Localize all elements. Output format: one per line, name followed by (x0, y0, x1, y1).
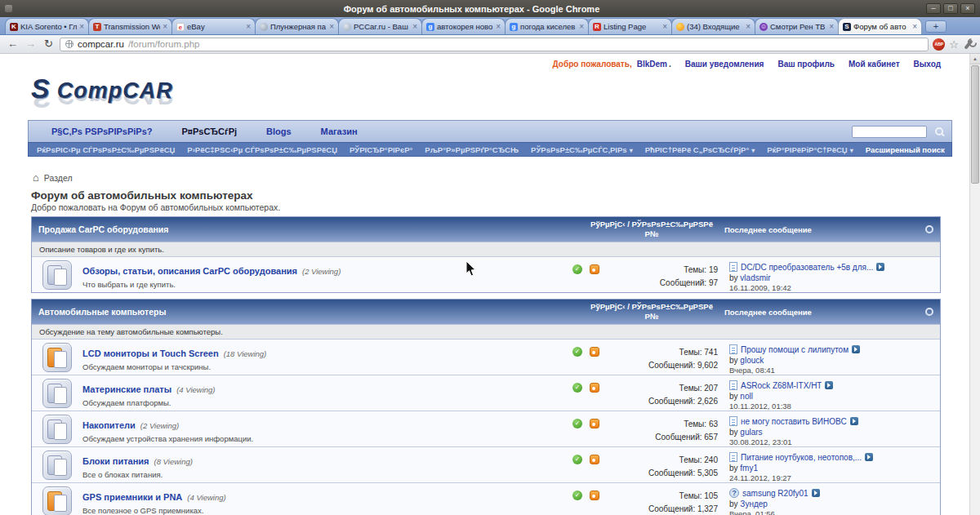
last-post-link[interactable]: DC/DC преобразователь +5в для... (741, 263, 873, 272)
subnav-community[interactable]: РЎРѕРѕР±С‰РµСЃС‚РІРѕ (531, 145, 633, 154)
go-to-last-post-icon[interactable] (865, 453, 873, 461)
bookmark-star-icon[interactable]: ☆ (949, 38, 959, 51)
tab-listing-page[interactable]: R Listing Page × (588, 18, 672, 34)
tab-ren-tv[interactable]: ☺ Смотри Рен ТВ × (755, 18, 839, 34)
rss-feed-icon[interactable] (590, 264, 599, 274)
tab-pogoda[interactable]: g погода киселев × (505, 18, 589, 34)
go-to-last-post-icon[interactable] (850, 417, 858, 425)
go-to-last-post-icon[interactable] (825, 381, 833, 389)
last-post-author[interactable]: glouck (740, 356, 764, 365)
last-post-date: 16.11.2009, 19:42 (729, 283, 940, 292)
new-tab-button[interactable]: + (925, 20, 947, 33)
breadcrumb-section[interactable]: Раздел (44, 173, 73, 183)
forum-stats: Темы: 63 Сообщений: 657 (610, 411, 718, 446)
tab-close-icon[interactable]: × (329, 23, 334, 31)
tab-close-icon[interactable]: × (246, 23, 251, 31)
maximize-button[interactable]: □ (943, 3, 958, 14)
rss-feed-icon[interactable] (590, 419, 599, 428)
last-post-link[interactable]: Питание ноутбуков, неотопов,... (741, 453, 862, 462)
minimize-button[interactable]: – (926, 3, 941, 14)
address-bar[interactable]: compcar.ru/forum/forum.php (60, 38, 929, 51)
forum-link[interactable]: GPS приемники и PNA (82, 492, 182, 502)
forum-link[interactable]: Накопители (82, 420, 136, 430)
subnav-calendar[interactable]: РљР°Р»РµРЅРґР°СЂСЊ (425, 145, 519, 154)
advanced-search-link[interactable]: Расширенный поиск (866, 145, 945, 154)
category-title[interactable]: Продажа CarPC оборудования (38, 224, 590, 234)
forum-link[interactable]: Блоки питания (82, 456, 149, 466)
wrench-menu-icon[interactable] (964, 39, 973, 50)
username-link[interactable]: BlkDem (637, 60, 667, 69)
last-post-author[interactable]: noll (740, 392, 753, 401)
column-last-post-header: Последнее сообщение (713, 308, 906, 317)
tab-plunzhernaya[interactable]: Плунжерная па × (255, 18, 339, 34)
posts-count: 1,327 (697, 504, 718, 513)
logout-link[interactable]: Выход (914, 60, 941, 69)
adblock-icon[interactable]: ABP (933, 38, 945, 51)
tab-close-icon[interactable]: × (746, 23, 751, 31)
category-header[interactable]: Продажа CarPC оборудования РўРµРјС‹ / РЎ… (32, 217, 940, 242)
topics-count: 105 (704, 491, 718, 500)
tab-close-icon[interactable]: × (579, 23, 584, 31)
tab-inbox[interactable]: (34) Входящие × (671, 18, 755, 34)
scrollbar-thumb[interactable] (971, 65, 979, 184)
tab-close-icon[interactable]: × (496, 23, 501, 31)
tab-forum-active[interactable]: S Форум об авто × (838, 18, 922, 34)
collapse-icon[interactable] (925, 308, 933, 316)
collapse-icon[interactable] (925, 225, 933, 233)
reload-button[interactable]: ↻ (42, 36, 56, 52)
last-post-author[interactable]: gulars (740, 428, 762, 437)
close-button[interactable]: × (960, 3, 975, 14)
rss-feed-icon[interactable] (590, 383, 599, 393)
rss-feed-icon[interactable] (590, 347, 599, 357)
favicon: K (10, 23, 18, 31)
page-scrollbar[interactable]: ▲ (969, 54, 980, 515)
tab-close-icon[interactable]: × (79, 23, 84, 31)
nav-forum[interactable]: Р¤РѕСЂСѓРј (182, 127, 238, 136)
rss-feed-icon[interactable] (590, 455, 599, 464)
tab-close-icon[interactable]: × (829, 23, 834, 31)
last-post-author[interactable]: fmy1 (740, 464, 758, 473)
tab-close-icon[interactable]: × (163, 23, 167, 31)
forum-link[interactable]: Обзоры, статьи, описания CarPC оборудова… (82, 266, 297, 276)
subnav-navigation[interactable]: РќР°РІРёРіР°С†РёСЏ (767, 145, 853, 154)
rss-feed-icon[interactable] (590, 491, 599, 500)
profile-link[interactable]: Ваш профиль (777, 60, 835, 69)
category-title[interactable]: Автомобильные компьютеры (38, 307, 590, 317)
tab-close-icon[interactable]: × (412, 23, 417, 31)
tab-close-icon[interactable]: × (662, 23, 667, 31)
tab-avtokoreya[interactable]: g автокорея ново × (421, 18, 506, 34)
scroll-up-arrow[interactable]: ▲ (970, 54, 980, 64)
tab-kia-sorento[interactable]: K KIA Sorento • Гл × (5, 18, 89, 34)
forward-button[interactable]: → (24, 36, 38, 52)
tab-close-icon[interactable]: × (912, 23, 917, 31)
tab-ebay[interactable]: e eBay × (172, 18, 256, 34)
last-post-link[interactable]: samsung R20fy01 (742, 489, 808, 498)
subnav-help[interactable]: РЎРїСЂР°РІРєР° (350, 145, 412, 154)
nav-whats-new[interactable]: Р§С‚Рѕ РЅРѕРІРѕРіРѕ? (51, 127, 153, 136)
last-post-link[interactable]: Прошу помощи с лилипутом (741, 345, 849, 354)
subnav-forum-options[interactable]: РћРїС†РёРё С„РѕСЂСѓРјР° (645, 145, 755, 154)
last-post-link[interactable]: ASRock Z68M-ITX/HT (741, 381, 822, 390)
go-to-last-post-icon[interactable] (876, 263, 884, 271)
forum-link[interactable]: Материнские платы (82, 384, 172, 394)
nav-blogs[interactable]: Blogs (266, 127, 292, 136)
subnav-private-messages[interactable]: Р›РёС‡РЅС‹Рµ СЃРѕРѕР±С‰РµРЅРёСЏ (187, 145, 337, 154)
back-button[interactable]: ← (6, 36, 20, 52)
subnav-new-messages[interactable]: РќРѕРІС‹Рµ СЃРѕРѕР±С‰РµРЅРёСЏ (37, 145, 175, 154)
category-header[interactable]: Автомобильные компьютеры РўРµРјС‹ / РЎРѕ… (32, 300, 940, 324)
cabinet-link[interactable]: Мой кабинет (849, 60, 900, 69)
home-icon[interactable]: ⌂ (33, 173, 39, 183)
notifications-link[interactable]: Ваши уведомления (685, 60, 764, 69)
last-post-author[interactable]: Зундер (740, 499, 768, 508)
search-input[interactable] (852, 126, 927, 138)
tab-transmission[interactable]: T Transmission We × (88, 18, 172, 34)
last-post-author[interactable]: vladsmir (740, 273, 770, 282)
nav-shop[interactable]: Магазин (321, 127, 358, 136)
forum-link[interactable]: LCD мониторы и Touch Screen (82, 349, 219, 358)
go-to-last-post-icon[interactable] (812, 489, 820, 497)
search-icon[interactable] (935, 127, 943, 135)
site-logo[interactable]: SCompCAR SCompCAR (31, 73, 980, 118)
tab-pccar[interactable]: PCCar.ru - Ваш а × (338, 18, 422, 34)
last-post-link[interactable]: не могу поставить ВИНОВС (741, 417, 847, 426)
go-to-last-post-icon[interactable] (852, 345, 860, 353)
